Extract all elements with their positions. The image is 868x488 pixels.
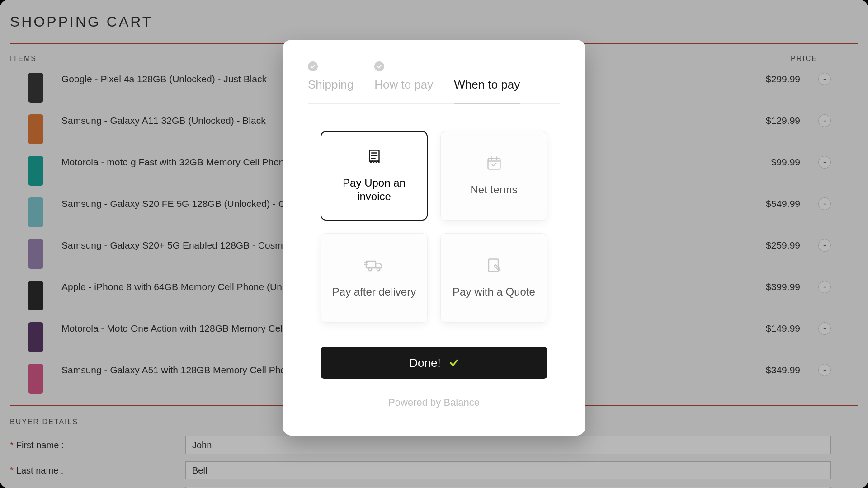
step-label: Shipping [308, 78, 354, 92]
option-label: Pay after delivery [332, 285, 416, 299]
step-when-to-pay[interactable]: When to pay [454, 61, 520, 103]
step-label: When to pay [454, 78, 520, 92]
step-shipping[interactable]: Shipping [308, 61, 354, 103]
option-pay-with-quote[interactable]: Pay with a Quote [440, 233, 547, 323]
invoice-icon [366, 148, 382, 164]
powered-by-text: Powered by Balance [308, 397, 560, 408]
step-label: How to pay [374, 78, 433, 92]
check-circle-icon [374, 61, 384, 71]
truck-icon [364, 257, 384, 273]
done-button-label: Done! [409, 356, 440, 370]
option-label: Pay with a Quote [453, 285, 535, 299]
calendar-check-icon [486, 155, 502, 171]
check-icon [449, 358, 459, 368]
option-pay-upon-invoice[interactable]: Pay Upon an invoice [321, 131, 428, 221]
done-button[interactable]: Done! [321, 347, 547, 379]
option-pay-after-delivery[interactable]: Pay after delivery [321, 233, 428, 323]
svg-rect-4 [488, 159, 500, 169]
option-net-terms[interactable]: Net terms [440, 131, 547, 221]
option-label: Pay Upon an invoice [330, 176, 419, 203]
svg-line-14 [499, 269, 500, 271]
svg-point-10 [377, 268, 380, 271]
quote-document-icon [486, 257, 502, 273]
check-circle-icon [308, 61, 318, 71]
payment-modal: Shipping How to pay When to pay [283, 40, 585, 436]
option-label: Net terms [470, 183, 517, 197]
step-how-to-pay[interactable]: How to pay [374, 61, 433, 103]
svg-point-9 [368, 268, 372, 271]
